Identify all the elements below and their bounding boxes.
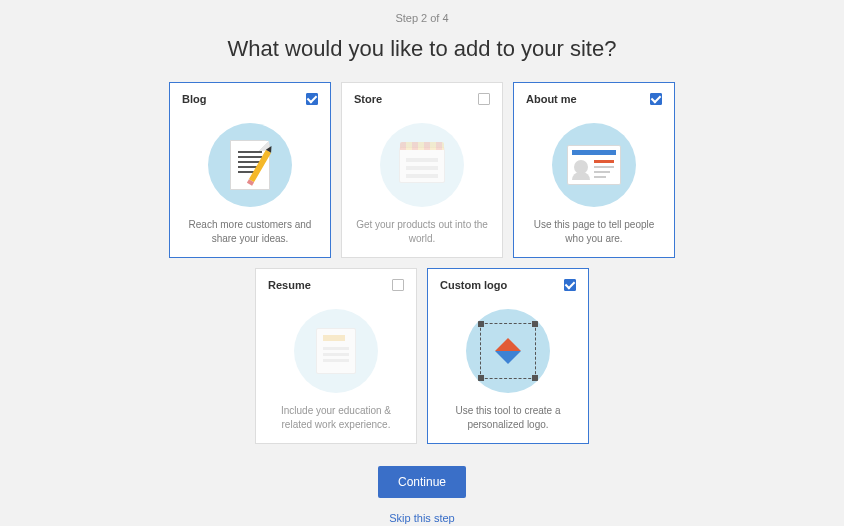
checkbox-blog[interactable] [306, 93, 318, 105]
step-indicator: Step 2 of 4 [395, 12, 448, 24]
card-title: Custom logo [440, 279, 507, 291]
card-store[interactable]: Store Get your products out into the wor… [341, 82, 503, 258]
card-title: Store [354, 93, 382, 105]
card-about-me[interactable]: About me Use this page to tell people wh… [513, 82, 675, 258]
resume-doc-icon [316, 328, 356, 374]
crop-frame-icon [480, 323, 536, 379]
card-resume[interactable]: Resume Include your education & related … [255, 268, 417, 444]
checkbox-about-me[interactable] [650, 93, 662, 105]
id-badge-icon [567, 145, 621, 185]
continue-button[interactable]: Continue [378, 466, 466, 498]
card-blog[interactable]: Blog Reach more customers and share your… [169, 82, 331, 258]
about-me-illustration [526, 111, 662, 218]
card-custom-logo[interactable]: Custom logo Use this tool to create a pe… [427, 268, 589, 444]
card-desc: Include your education & related work ex… [268, 404, 404, 431]
checkbox-resume[interactable] [392, 279, 404, 291]
card-desc: Reach more customers and share your idea… [182, 218, 318, 245]
checkbox-store[interactable] [478, 93, 490, 105]
skip-step-link[interactable]: Skip this step [389, 512, 454, 524]
blog-illustration [182, 111, 318, 218]
storefront-icon [399, 147, 445, 183]
card-desc: Get your products out into the world. [354, 218, 490, 245]
geometric-logo-icon [495, 338, 521, 364]
card-title: Resume [268, 279, 311, 291]
resume-illustration [268, 297, 404, 404]
option-cards: Blog Reach more customers and share your… [142, 82, 702, 444]
card-desc: Use this tool to create a personalized l… [440, 404, 576, 431]
card-title: About me [526, 93, 577, 105]
checkbox-custom-logo[interactable] [564, 279, 576, 291]
store-illustration [354, 111, 490, 218]
page-title: What would you like to add to your site? [228, 36, 617, 62]
logo-illustration [440, 297, 576, 404]
card-title: Blog [182, 93, 206, 105]
card-desc: Use this page to tell people who you are… [526, 218, 662, 245]
